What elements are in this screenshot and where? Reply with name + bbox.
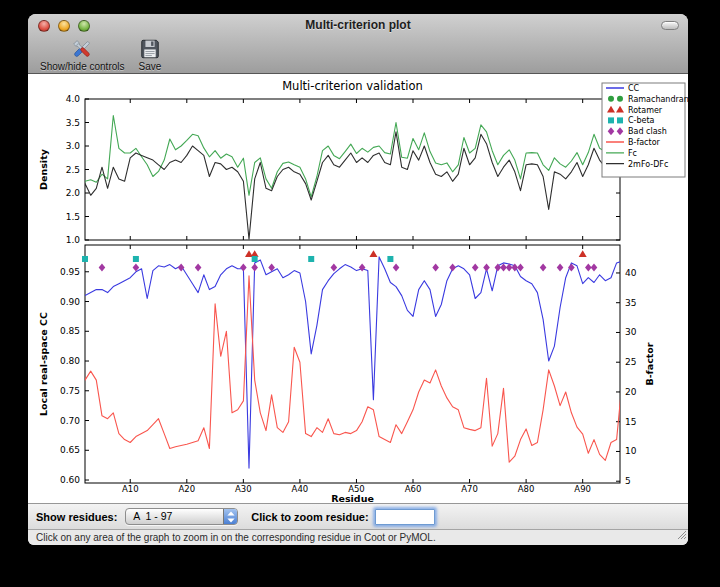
show-residues-label: Show residues: [36,511,117,523]
svg-text:3.0: 3.0 [66,141,81,151]
svg-text:A90: A90 [574,484,591,494]
svg-text:Multi-criterion validation: Multi-criterion validation [282,79,423,93]
svg-text:2mFo-DFc: 2mFo-DFc [628,160,668,169]
toolbar-toggle-button[interactable] [661,21,679,30]
svg-text:40: 40 [625,268,637,278]
svg-text:B-factor: B-factor [628,138,661,147]
svg-text:20: 20 [625,387,637,397]
svg-text:A70: A70 [461,484,478,494]
tools-icon [70,36,94,61]
up-down-stepper-icon[interactable] [223,509,237,524]
zoom-residue-label: Click to zoom residue: [251,511,368,523]
svg-text:2.5: 2.5 [66,165,80,175]
zoom-residue-input[interactable] [375,509,435,525]
residue-range-select[interactable]: A 1 - 97 [125,508,238,525]
status-bar: Click on any area of the graph to zoom i… [28,529,688,545]
show-hide-controls-button[interactable]: Show/hide controls [40,36,125,72]
window-header: Multi-criterion plot [28,14,688,74]
svg-text:0.85: 0.85 [60,326,80,336]
zoom-window-button[interactable] [78,20,90,32]
svg-text:A80: A80 [518,484,535,494]
svg-text:0.90: 0.90 [60,297,80,307]
svg-text:15: 15 [625,417,636,427]
svg-text:1.0: 1.0 [66,235,81,245]
svg-text:10: 10 [625,446,637,456]
show-hide-controls-label: Show/hide controls [40,61,125,72]
svg-text:0.95: 0.95 [60,267,80,277]
title-bar[interactable]: Multi-criterion plot [28,14,688,36]
minimize-button[interactable] [58,20,70,32]
svg-text:35: 35 [625,298,636,308]
svg-text:Density: Density [38,148,49,190]
svg-text:A60: A60 [405,484,422,494]
svg-text:A20: A20 [178,484,195,494]
traffic-lights [38,20,98,32]
svg-text:Residue: Residue [331,493,374,503]
desktop-background: Multi-criterion plot [0,0,720,587]
svg-text:25: 25 [625,357,636,367]
save-button[interactable]: Save [139,36,162,72]
close-button[interactable] [38,20,50,32]
controls-bar: Show residues: A 1 - 97 Click to zoom re… [28,503,688,529]
svg-text:A30: A30 [235,484,252,494]
resize-grip-icon[interactable] [675,526,687,544]
residue-range-value: A 1 - 97 [126,509,223,524]
svg-text:30: 30 [625,327,637,337]
svg-text:Bad clash: Bad clash [628,127,667,136]
multi-criterion-chart[interactable]: A10A20A30A40A50A60A70A80A901.01.52.02.53… [28,74,688,503]
svg-text:A10: A10 [122,484,139,494]
svg-text:0.70: 0.70 [60,416,80,426]
toolbar: Show/hide controls [28,36,688,73]
plot-figure[interactable]: A10A20A30A40A50A60A70A80A901.01.52.02.53… [28,74,688,503]
multi-criterion-plot-window: Multi-criterion plot [28,14,688,545]
svg-text:Local real-space CC: Local real-space CC [38,312,49,416]
svg-text:Rotamer: Rotamer [628,106,663,115]
svg-text:A40: A40 [292,484,309,494]
svg-text:Ramachandran: Ramachandran [628,95,688,104]
svg-text:CC: CC [628,84,640,93]
svg-text:B-factor: B-factor [644,342,655,385]
svg-text:5: 5 [625,476,631,486]
svg-text:3.5: 3.5 [66,118,80,128]
svg-text:C-beta: C-beta [628,116,655,125]
svg-text:0.65: 0.65 [60,445,80,455]
svg-text:2.0: 2.0 [66,188,81,198]
svg-text:Fc: Fc [628,149,637,158]
status-text: Click on any area of the graph to zoom i… [36,532,436,543]
save-icon [139,36,161,61]
svg-text:1.5: 1.5 [66,212,80,222]
svg-text:0.80: 0.80 [60,356,80,366]
window-title: Multi-criterion plot [28,14,688,36]
svg-text:4.0: 4.0 [66,94,81,104]
svg-text:0.75: 0.75 [60,386,80,396]
svg-text:0.60: 0.60 [60,475,80,485]
save-label: Save [139,61,162,72]
